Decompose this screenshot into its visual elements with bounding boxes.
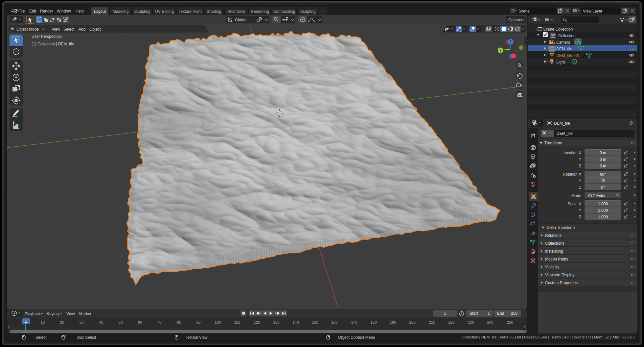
svg-text:Z: Z	[510, 40, 512, 44]
svg-text:Y: Y	[499, 49, 502, 52]
